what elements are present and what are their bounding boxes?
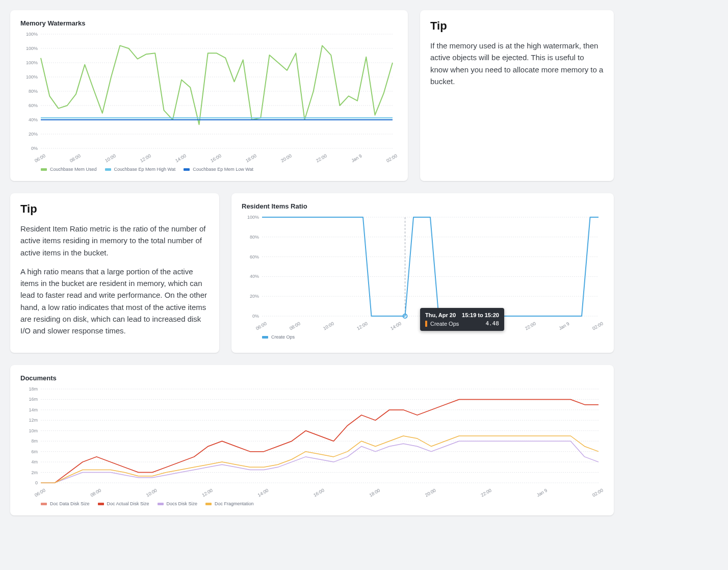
svg-text:6m: 6m	[31, 449, 38, 454]
svg-text:8m: 8m	[31, 438, 38, 444]
svg-text:10m: 10m	[29, 428, 38, 433]
svg-text:12:00: 12:00	[356, 321, 369, 331]
svg-text:Jan 9: Jan 9	[350, 153, 362, 164]
svg-text:08:00: 08:00	[69, 153, 82, 163]
svg-text:08:00: 08:00	[90, 488, 102, 498]
svg-text:02:00: 02:00	[591, 321, 604, 331]
documents-chart-card: Documents 02m4m6m8m10m12m14m16m18m06:000…	[10, 365, 614, 515]
svg-text:0: 0	[35, 480, 38, 485]
legend-item[interactable]: Couchbase Ep Mem Low Wat	[184, 167, 253, 172]
svg-text:16:00: 16:00	[423, 321, 436, 331]
chart-title: Documents	[20, 374, 604, 382]
tip-title: Tip	[430, 19, 604, 33]
legend-swatch	[205, 503, 212, 505]
svg-text:18:00: 18:00	[245, 153, 257, 163]
legend-swatch	[41, 168, 47, 171]
svg-text:16:00: 16:00	[210, 153, 222, 163]
legend: Couchbase Mem UsedCouchbase Ep Mem High …	[20, 167, 398, 172]
memory-watermarks-chart-card: Memory Watermarks 0%20%40%60%80%100%100%…	[10, 10, 408, 181]
legend-item[interactable]: Create Ops	[262, 334, 295, 340]
svg-text:40%: 40%	[29, 117, 38, 122]
svg-text:12m: 12m	[29, 418, 38, 423]
legend-label: Couchbase Mem Used	[50, 167, 97, 172]
svg-text:20%: 20%	[250, 294, 259, 299]
legend: Doc Data Disk SizeDoc Actual Disk SizeDo…	[20, 501, 604, 506]
svg-text:20:00: 20:00	[424, 488, 437, 498]
svg-text:22:00: 22:00	[480, 488, 492, 498]
svg-text:Jan 9: Jan 9	[536, 488, 548, 498]
legend-label: Create Ops	[271, 334, 295, 340]
legend-item[interactable]: Doc Fragmentation	[205, 501, 254, 506]
svg-text:100%: 100%	[26, 60, 38, 65]
svg-text:10:00: 10:00	[322, 321, 335, 331]
svg-text:14m: 14m	[29, 407, 38, 412]
svg-text:10:00: 10:00	[104, 153, 117, 163]
svg-text:08:00: 08:00	[289, 321, 301, 331]
tip-title: Tip	[20, 202, 209, 216]
legend-item[interactable]: Doc Actual Disk Size	[98, 501, 149, 506]
legend-item[interactable]: Doc Data Disk Size	[41, 501, 90, 506]
svg-text:4m: 4m	[31, 459, 38, 464]
chart-title: Memory Watermarks	[20, 19, 398, 27]
svg-text:18m: 18m	[29, 386, 38, 392]
svg-text:Jan 9: Jan 9	[558, 321, 570, 331]
legend-label: Doc Data Disk Size	[50, 501, 90, 506]
legend-label: Couchbase Ep Mem High Wat	[114, 167, 176, 172]
svg-text:02:00: 02:00	[385, 153, 398, 163]
svg-text:16m: 16m	[29, 397, 38, 402]
svg-text:18:00: 18:00	[369, 488, 381, 498]
svg-text:100%: 100%	[247, 215, 259, 220]
tip-body: If the memory used is at the high waterm…	[430, 40, 604, 87]
svg-text:12:00: 12:00	[201, 488, 214, 498]
legend-label: Couchbase Ep Mem Low Wat	[193, 167, 253, 172]
svg-text:20%: 20%	[29, 132, 38, 137]
svg-text:02:00: 02:00	[591, 488, 604, 498]
svg-text:06:00: 06:00	[255, 321, 268, 331]
svg-text:0%: 0%	[31, 146, 38, 151]
svg-text:14:00: 14:00	[257, 488, 270, 498]
svg-text:40%: 40%	[250, 274, 259, 279]
chart-title: Resident Items Ratio	[242, 202, 604, 210]
svg-text:14:00: 14:00	[389, 321, 402, 331]
tip-body: Resident Item Ratio metric is the ratio …	[20, 223, 209, 336]
svg-text:22:00: 22:00	[315, 153, 328, 163]
legend-swatch	[262, 336, 268, 339]
tip-resident-card: Tip Resident Item Ratio metric is the ra…	[10, 193, 219, 353]
svg-text:22:00: 22:00	[524, 321, 537, 331]
svg-text:18:00: 18:00	[457, 321, 470, 331]
svg-text:10:00: 10:00	[145, 488, 158, 498]
svg-text:06:00: 06:00	[34, 488, 46, 498]
legend-item[interactable]: Couchbase Mem Used	[41, 167, 97, 172]
svg-text:100%: 100%	[26, 46, 38, 51]
svg-text:14:00: 14:00	[174, 153, 187, 163]
legend-swatch	[105, 168, 111, 171]
svg-text:80%: 80%	[250, 235, 259, 240]
svg-text:100%: 100%	[26, 32, 38, 37]
legend-swatch	[184, 168, 190, 171]
svg-text:60%: 60%	[250, 254, 259, 260]
tip-memory-card: Tip If the memory used is at the high wa…	[420, 10, 614, 181]
svg-text:80%: 80%	[29, 89, 38, 94]
legend-item[interactable]: Docs Disk Size	[158, 501, 198, 506]
legend-label: Docs Disk Size	[167, 501, 198, 506]
resident-items-chart[interactable]: 0%20%40%60%80%100%06:0008:0010:0012:0014…	[242, 214, 604, 331]
documents-chart[interactable]: 02m4m6m8m10m12m14m16m18m06:0008:0010:001…	[20, 386, 604, 498]
svg-text:16:00: 16:00	[313, 488, 325, 498]
svg-text:20:00: 20:00	[490, 321, 503, 331]
legend-label: Doc Fragmentation	[215, 501, 254, 506]
svg-text:100%: 100%	[26, 74, 38, 80]
svg-text:0%: 0%	[252, 314, 259, 319]
legend: Create Ops	[242, 334, 604, 340]
legend-swatch	[158, 503, 164, 505]
legend-item[interactable]: Couchbase Ep Mem High Wat	[105, 167, 176, 172]
legend-swatch	[41, 503, 47, 505]
resident-items-chart-card: Resident Items Ratio 0%20%40%60%80%100%0…	[231, 193, 614, 353]
svg-text:60%: 60%	[29, 103, 38, 108]
svg-text:20:00: 20:00	[280, 153, 293, 163]
svg-text:06:00: 06:00	[34, 153, 46, 163]
svg-text:2m: 2m	[31, 470, 38, 475]
legend-swatch	[98, 503, 104, 505]
legend-label: Doc Actual Disk Size	[107, 501, 149, 506]
memory-watermarks-chart[interactable]: 0%20%40%60%80%100%100%100%100%06:0008:00…	[20, 31, 398, 164]
svg-text:12:00: 12:00	[139, 153, 152, 163]
